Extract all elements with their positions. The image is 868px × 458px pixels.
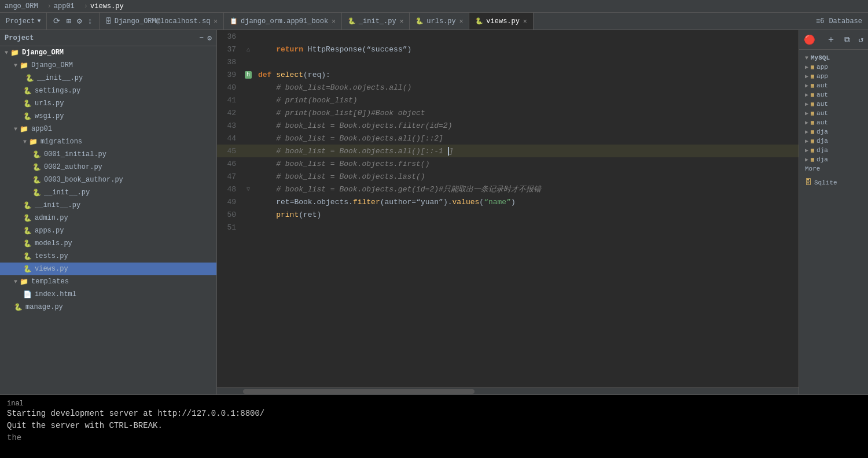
fold-indicator[interactable] [243, 56, 253, 68]
horizontal-scrollbar[interactable] [217, 387, 799, 394]
db-mysql-header[interactable]: ▼ MySQL [803, 53, 865, 62]
fold-indicator[interactable] [243, 221, 253, 234]
tab-close-icon[interactable]: ✕ [459, 17, 464, 25]
tree-label: Django_ORM [31, 61, 73, 69]
fold-indicator[interactable] [243, 157, 253, 170]
tree-item-0001[interactable]: 🐍 0001_initial.py [0, 148, 216, 161]
project-selector[interactable]: Project ▼ [0, 13, 47, 29]
db-item-aut1[interactable]: ▶ ▦ aut [803, 81, 865, 90]
fold-indicator[interactable] [243, 119, 253, 132]
db-more-button[interactable]: More [803, 164, 865, 173]
db-item-aut5[interactable]: ▶ ▦ aut [803, 118, 865, 127]
fold-indicator[interactable] [243, 208, 253, 221]
db-item-label: app [816, 73, 828, 80]
add-icon[interactable]: ＋ [826, 34, 836, 46]
tree-item-urls-main[interactable]: 🐍 urls.py [0, 97, 216, 110]
arrow-icon: ▼ [14, 126, 17, 132]
fold-arrow[interactable]: △ [243, 43, 253, 56]
bookmark-icon: h [245, 71, 252, 79]
tree-item-wsgi[interactable]: 🐍 wsgi.py [0, 110, 216, 123]
line-code-content: # book_list = Book.objects.first() [253, 157, 799, 170]
table-icon: ▦ [811, 73, 814, 80]
tree-item-index-html[interactable]: 📄 index.html [0, 288, 216, 301]
settings-icon[interactable]: ⚙ [75, 15, 83, 27]
refresh-db-icon[interactable]: ↺ [859, 35, 863, 45]
fold-indicator[interactable] [243, 30, 253, 43]
table-icon: ▦ [811, 128, 814, 135]
tree-item-apps[interactable]: 🐍 apps.py [0, 224, 216, 237]
fold-indicator[interactable] [243, 132, 253, 145]
tab-close-icon[interactable]: ✕ [400, 17, 404, 25]
line-number: 41 [217, 94, 243, 106]
tab-close-icon[interactable]: ✕ [332, 17, 336, 25]
code-content[interactable]: 3637△ return HttpResponse(“success”)3839… [217, 30, 799, 387]
tree-item-tests[interactable]: 🐍 tests.py [0, 250, 216, 263]
fold-indicator[interactable] [243, 145, 253, 157]
fold-arrow[interactable]: ▽ [243, 183, 253, 195]
code-line-50: 50 print(ret) [217, 208, 799, 221]
db-item-aut2[interactable]: ▶ ▦ aut [803, 90, 865, 99]
tab-urls[interactable]: 🐍urls.py✕ [410, 13, 469, 29]
tree-item-init-migrations[interactable]: 🐍 __init__.py [0, 186, 216, 199]
db-item-dja1[interactable]: ▶ ▦ dja [803, 127, 865, 136]
fold-indicator[interactable] [243, 195, 253, 208]
tree-item-views[interactable]: 🐍 views.py [0, 263, 216, 275]
db-item-dja4[interactable]: ▶ ▦ dja [803, 155, 865, 164]
tab-close-icon[interactable]: ✕ [523, 17, 527, 25]
tab-views[interactable]: 🐍views.py✕ [469, 13, 533, 29]
layout-icon[interactable]: ⊞ [64, 15, 72, 27]
tab-label: Django_ORM@localhost.sq [115, 17, 211, 25]
line-code-content [253, 56, 799, 68]
table-icon: ▦ [811, 101, 814, 108]
fold-up-icon: △ [247, 46, 250, 53]
code-area: 3637△ return HttpResponse(“success”)3839… [217, 30, 799, 394]
sidebar-settings-icon[interactable]: ⚙ [207, 34, 212, 43]
tree-item-settings[interactable]: 🐍 settings.py [0, 84, 216, 97]
refresh-icon[interactable]: ⟳ [52, 15, 62, 27]
fold-indicator[interactable] [243, 170, 253, 183]
copy-icon[interactable]: ⧉ [844, 35, 850, 45]
tree-item-admin[interactable]: 🐍 admin.py [0, 212, 216, 224]
tab-bar: Project ▼ ⟳ ⊞ ⚙ ↕ 🗄Django_ORM@localhost.… [0, 13, 868, 30]
tree-item-migrations[interactable]: ▼ 📁 migrations [0, 135, 216, 148]
tab-book[interactable]: 📋django_orm.app01_book✕ [224, 13, 342, 29]
db-item-app2[interactable]: ▶ ▦ app [803, 72, 865, 81]
line-number: 51 [217, 221, 243, 234]
tab-count: ≡6 [816, 17, 824, 25]
db-item-aut3[interactable]: ▶ ▦ aut [803, 99, 865, 109]
tab-database-label[interactable]: ≡6 Database [810, 13, 868, 29]
tree-item-templates[interactable]: ▼ 📁 templates [0, 275, 216, 288]
tab-close-icon[interactable]: ✕ [214, 17, 218, 25]
db-item-aut4[interactable]: ▶ ▦ aut [803, 109, 865, 118]
db-item-dja3[interactable]: ▶ ▦ dja [803, 146, 865, 155]
tree-item-root[interactable]: ▼ 📁 Django_ORM [0, 46, 216, 59]
arrow-icon: ▼ [14, 279, 17, 285]
tree-item-app01[interactable]: ▼ 📁 app01 [0, 123, 216, 135]
db-item-label: dja [816, 138, 828, 145]
tree-item-models[interactable]: 🐍 models.py [0, 237, 216, 250]
tab-init[interactable]: 🐍_init_.py✕ [342, 13, 410, 29]
sidebar-collapse-icon[interactable]: − [199, 34, 204, 43]
fold-arrow[interactable]: h [243, 68, 253, 81]
tree-item-django-orm[interactable]: ▼ 📁 Django_ORM [0, 59, 216, 72]
fold-indicator[interactable] [243, 106, 253, 119]
tree-item-0003[interactable]: 🐍 0003_book_author.py [0, 173, 216, 186]
tab-label: django_orm.app01_book [241, 17, 328, 25]
db-sqlite-item[interactable]: 🗄 Sqlite [803, 177, 865, 188]
fold-indicator[interactable] [243, 81, 253, 94]
db-item-dja2[interactable]: ▶ ▦ dja [803, 136, 865, 146]
fold-indicator[interactable] [243, 94, 253, 106]
tree-item-0002[interactable]: 🐍 0002_author.py [0, 161, 216, 173]
tree-item-init-app01[interactable]: 🐍 __init__.py [0, 199, 216, 212]
folder-icon: 📁 [20, 61, 28, 70]
tab-sql[interactable]: 🗄Django_ORM@localhost.sq✕ [100, 13, 224, 29]
tree-item-init1[interactable]: 🐍 __init__.py [0, 72, 216, 84]
folder-icon: 📁 [20, 278, 28, 286]
tree-item-manage[interactable]: 🐍 manage.py [0, 301, 216, 313]
sort-icon[interactable]: ↕ [86, 16, 94, 27]
db-item-app1[interactable]: ▶ ▦ app [803, 62, 865, 72]
terminal: inal Starting development server at http… [0, 394, 868, 458]
tree-label: manage.py [25, 303, 63, 311]
line-number: 48 [217, 183, 243, 195]
py-icon: 🐍 [32, 150, 41, 159]
